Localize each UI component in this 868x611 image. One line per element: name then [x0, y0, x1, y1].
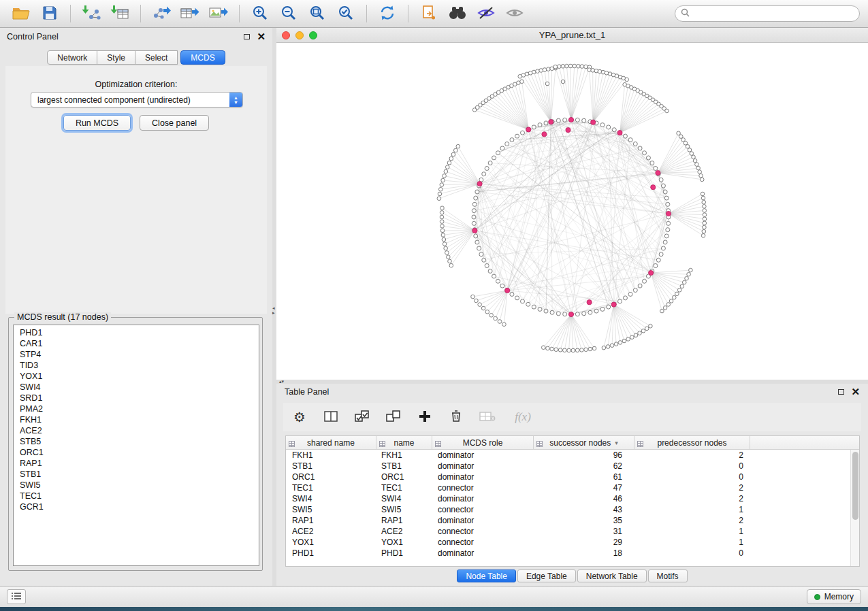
mcds-result-item[interactable]: STB1: [14, 469, 259, 480]
leaf-node[interactable]: [449, 263, 453, 267]
network-node[interactable]: [650, 161, 654, 165]
mcds-hub-node[interactable]: [656, 170, 660, 175]
zoom-selected-button[interactable]: [333, 3, 359, 24]
leaf-node[interactable]: [447, 161, 451, 165]
float-panel-icon[interactable]: [244, 34, 250, 39]
leaf-node[interactable]: [645, 327, 649, 331]
leaf-node[interactable]: [663, 306, 667, 310]
leaf-node[interactable]: [666, 303, 671, 307]
leaf-node[interactable]: [692, 155, 696, 159]
leaf-node[interactable]: [693, 159, 697, 163]
mcds-hub-node[interactable]: [472, 228, 477, 233]
column-header-name[interactable]: name: [376, 436, 432, 449]
mcds-hub-node[interactable]: [477, 181, 482, 186]
network-node[interactable]: [472, 209, 476, 213]
leaf-node[interactable]: [584, 65, 588, 69]
network-node[interactable]: [479, 252, 483, 257]
leaf-node[interactable]: [702, 200, 706, 204]
network-node[interactable]: [492, 274, 496, 278]
leaf-node[interactable]: [649, 324, 653, 328]
leaf-node[interactable]: [685, 276, 689, 280]
table-row[interactable]: STB1STB1dominator620: [286, 461, 850, 472]
column-header-mcds-role[interactable]: MCDS role: [432, 436, 534, 449]
leaf-node[interactable]: [440, 229, 445, 233]
network-node[interactable]: [532, 305, 536, 309]
network-node[interactable]: [666, 202, 670, 206]
hide-selected-button[interactable]: [473, 3, 499, 24]
select-all-button[interactable]: [354, 409, 370, 425]
network-node[interactable]: [538, 123, 542, 127]
search-field[interactable]: [675, 5, 860, 22]
leaf-node[interactable]: [703, 209, 707, 213]
show-columns-button[interactable]: [323, 409, 339, 425]
network-node[interactable]: [659, 252, 663, 257]
network-node[interactable]: [664, 196, 669, 200]
leaf-node[interactable]: [610, 344, 614, 348]
leaf-node[interactable]: [602, 346, 606, 350]
network-node[interactable]: [474, 196, 478, 200]
leaf-node[interactable]: [688, 148, 692, 152]
leaf-node[interactable]: [448, 259, 452, 263]
leaf-node[interactable]: [568, 64, 573, 68]
table-row[interactable]: YOX1YOX1connector291: [286, 537, 850, 548]
mcds-hub-node[interactable]: [566, 127, 570, 132]
leaf-node[interactable]: [571, 348, 575, 352]
network-node[interactable]: [654, 264, 658, 268]
criterion-dropdown[interactable]: largest connected component (undirected)…: [31, 92, 243, 108]
tab-network[interactable]: Network: [47, 50, 97, 65]
leaf-node[interactable]: [675, 292, 679, 296]
leaf-node[interactable]: [580, 65, 584, 69]
network-node[interactable]: [575, 312, 579, 316]
network-node[interactable]: [521, 299, 525, 303]
network-node[interactable]: [505, 142, 509, 146]
run-mcds-button[interactable]: Run MCDS: [63, 115, 131, 131]
mcds-result-item[interactable]: STP4: [14, 349, 259, 360]
leaf-node[interactable]: [703, 221, 707, 225]
leaf-node[interactable]: [580, 348, 584, 352]
leaf-node[interactable]: [701, 196, 705, 200]
scrollbar-thumb[interactable]: [852, 452, 858, 520]
mcds-hub-node[interactable]: [505, 288, 510, 293]
table-row[interactable]: SWI4SWI4dominator462: [286, 493, 850, 504]
mcds-hub-node[interactable]: [549, 120, 553, 125]
mcds-hub-node[interactable]: [611, 302, 616, 307]
network-node[interactable]: [575, 118, 579, 122]
leaf-node[interactable]: [677, 288, 681, 293]
open-file-button[interactable]: [8, 3, 34, 24]
mcds-result-item[interactable]: SRD1: [14, 393, 259, 403]
leaf-node[interactable]: [449, 156, 453, 161]
leaf-node[interactable]: [665, 109, 669, 113]
leaf-node[interactable]: [446, 255, 450, 259]
leaf-node[interactable]: [660, 309, 664, 313]
leaf-node[interactable]: [554, 348, 558, 352]
clone-network-button[interactable]: [416, 3, 442, 24]
leaf-node[interactable]: [641, 329, 645, 333]
mcds-result-item[interactable]: STB5: [14, 436, 259, 447]
tab-network-table[interactable]: Network Table: [577, 569, 647, 582]
leaf-node[interactable]: [451, 152, 455, 156]
network-node[interactable]: [600, 307, 605, 311]
leaf-node[interactable]: [680, 284, 684, 288]
network-node[interactable]: [661, 246, 665, 250]
table-scrollbar[interactable]: [850, 450, 859, 566]
leaf-node[interactable]: [442, 237, 446, 242]
tab-node-table[interactable]: Node Table: [457, 569, 516, 582]
network-node[interactable]: [656, 258, 660, 262]
leaf-node[interactable]: [606, 345, 610, 349]
network-node[interactable]: [538, 307, 542, 311]
leaf-node[interactable]: [699, 174, 703, 178]
leaf-node[interactable]: [444, 169, 448, 174]
leaf-node[interactable]: [456, 144, 460, 148]
show-all-button[interactable]: [502, 3, 528, 24]
table-settings-button[interactable]: ⚙: [291, 409, 308, 425]
mcds-result-item[interactable]: TEC1: [14, 491, 259, 501]
import-table-button[interactable]: [107, 3, 133, 24]
leaf-node[interactable]: [536, 69, 540, 73]
leaf-node[interactable]: [475, 299, 479, 303]
network-node[interactable]: [475, 190, 479, 194]
network-node[interactable]: [474, 234, 478, 238]
tab-style[interactable]: Style: [97, 50, 135, 65]
mcds-result-item[interactable]: RAP1: [14, 458, 259, 469]
search-input[interactable]: [693, 9, 854, 18]
leaf-node[interactable]: [471, 295, 475, 299]
